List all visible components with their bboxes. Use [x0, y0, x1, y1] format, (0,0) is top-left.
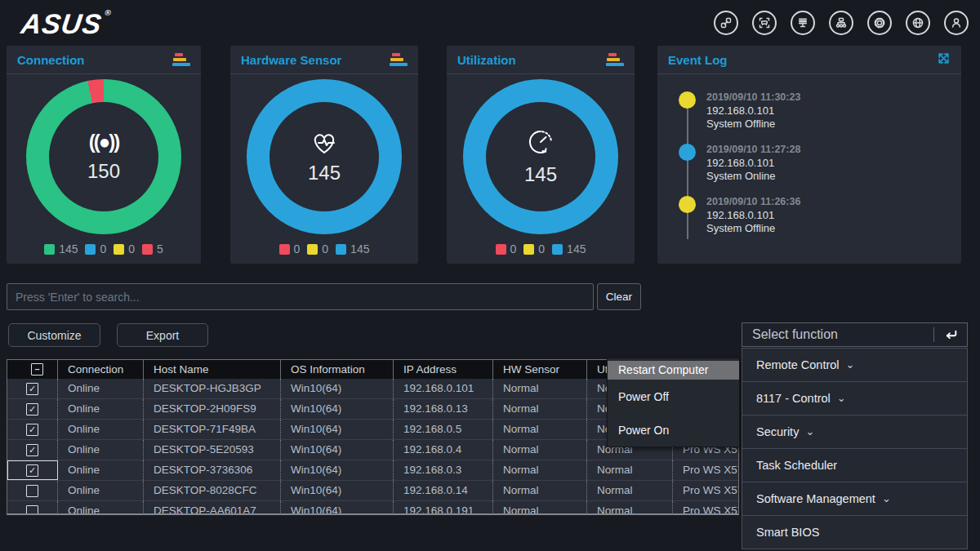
server-icon[interactable] — [791, 11, 815, 35]
header-ip-address[interactable]: IP Address — [394, 360, 493, 379]
legend-swatch — [496, 244, 506, 255]
table-row[interactable]: Online DESKTOP-3736306 Win10(64) 192.168… — [7, 460, 738, 481]
row-checkbox[interactable] — [26, 403, 38, 415]
remote-link-icon[interactable] — [714, 11, 738, 35]
cell-hw-sensor: Normal — [493, 481, 587, 500]
event-dot — [679, 144, 696, 161]
table-row[interactable]: Online DESKTOP-AA601A7 Win10(64) 192.168… — [7, 501, 738, 515]
hardware-sensor-total: 145 — [308, 162, 341, 184]
cell-connection: Online — [58, 379, 144, 398]
bar-chart-toggle-icon[interactable] — [172, 53, 190, 66]
table-row[interactable]: Online DESKTOP-8028CFC Win10(64) 192.168… — [7, 481, 738, 501]
cell-os: Win10(64) — [281, 440, 394, 460]
function-item-security[interactable]: Security ⌄ — [742, 415, 967, 449]
cell-hw-sensor: Normal — [493, 399, 587, 419]
connection-card: Connection ((●)) 150 145 0 0 5 — [7, 46, 201, 264]
function-item-software-management[interactable]: Software Management ⌄ — [742, 482, 967, 516]
function-item-smart-bios[interactable]: Smart BIOS ⌄ — [742, 516, 967, 549]
select-function-dropdown[interactable]: Select function — [742, 322, 968, 347]
event-log-entry: 2019/09/10 11:30:23 192.168.0.101 System… — [657, 91, 961, 131]
customize-button[interactable]: Customize — [8, 323, 100, 347]
cell-host-name: DESKTOP-5E20593 — [144, 440, 281, 460]
cell-hw-sensor: Normal — [493, 440, 587, 460]
search-input[interactable] — [7, 283, 594, 310]
select-all-cell — [7, 360, 58, 379]
cell-hw-sensor: Normal — [493, 420, 587, 439]
cell-connection: Online — [58, 460, 144, 480]
function-item-8117-control[interactable]: 8117 - Control ⌄ — [742, 382, 967, 415]
function-item-remote-control[interactable]: Remote Control ⌄ — [742, 349, 967, 382]
asus-control-center-dashboard: ASUS® Connection — [0, 0, 980, 551]
row-checkbox[interactable] — [26, 505, 38, 516]
cell-os: Win10(64) — [281, 460, 394, 480]
chevron-down-icon: ⌄ — [837, 394, 846, 402]
utilization-legend: 0 0 145 — [447, 242, 635, 256]
return-icon[interactable] — [934, 329, 967, 341]
event-log-card: Event Log 2019/09/10 11:30:23 192.168.0.… — [657, 46, 961, 264]
menu-item-power-on[interactable]: Power On — [608, 413, 739, 447]
legend-swatch — [523, 244, 534, 255]
top-icon-bar — [714, 11, 969, 35]
event-timestamp: 2019/09/10 11:26:36 — [706, 195, 961, 209]
cell-os: Win10(64) — [281, 501, 394, 515]
event-ip: 192.168.0.101 — [706, 157, 961, 170]
connection-total: 150 — [87, 160, 120, 183]
settings-gear-icon[interactable] — [867, 11, 892, 35]
event-log-timeline: 2019/09/10 11:30:23 192.168.0.101 System… — [657, 74, 961, 264]
header-connection[interactable]: Connection — [58, 360, 144, 379]
cell-ip: 192.168.0.5 — [394, 420, 493, 439]
hardware-sensor-donut-chart: 145 — [247, 79, 402, 234]
hardware-sensor-legend: 0 0 145 — [230, 242, 418, 256]
event-ip: 192.168.0.101 — [706, 104, 961, 118]
row-checkbox[interactable] — [26, 485, 38, 497]
cell-connection: Online — [58, 420, 144, 439]
bar-chart-toggle-icon[interactable] — [606, 53, 624, 66]
cell-host-name: DESKTOP-3736306 — [144, 460, 281, 480]
cell-model: Pro WS X57 — [673, 460, 738, 480]
row-checkbox[interactable] — [26, 383, 38, 395]
cell-hw-sensor: Normal — [493, 460, 587, 480]
cell-connection: Online — [58, 501, 144, 515]
legend-swatch — [336, 244, 346, 255]
event-status: System Online — [706, 170, 961, 183]
event-status: System Offline — [706, 222, 961, 235]
bar-chart-toggle-icon[interactable] — [390, 53, 408, 66]
legend-swatch — [307, 244, 318, 255]
gauge-icon — [526, 127, 555, 157]
row-checkbox[interactable] — [26, 464, 38, 477]
signal-icon: ((●)) — [89, 131, 118, 153]
header-hw-sensor[interactable]: HW Sensor — [493, 360, 587, 379]
network-topology-icon[interactable] — [829, 11, 853, 35]
event-dot — [679, 196, 696, 213]
menu-item-restart-computer[interactable]: Restart Computer — [608, 361, 739, 380]
chevron-down-icon: ⌄ — [805, 428, 814, 436]
chevron-down-icon: ⌄ — [882, 495, 891, 503]
connection-donut-chart: ((●)) 150 — [26, 79, 181, 234]
user-account-icon[interactable] — [944, 11, 969, 35]
cell-ip: 192.168.0.4 — [394, 440, 493, 460]
cell-os: Win10(64) — [281, 379, 394, 398]
export-button[interactable]: Export — [117, 323, 208, 347]
top-bar: ASUS® — [0, 0, 980, 46]
clear-button[interactable]: Clear — [597, 283, 641, 310]
event-timestamp: 2019/09/10 11:30:23 — [706, 91, 961, 104]
function-item-task-scheduler[interactable]: Task Scheduler ⌄ — [742, 449, 967, 482]
cell-utilization: Normal — [587, 481, 673, 500]
legend-swatch — [85, 244, 96, 255]
card-title: Hardware Sensor — [241, 53, 341, 67]
cell-os: Win10(64) — [281, 399, 394, 419]
cell-os: Win10(64) — [281, 481, 394, 500]
globe-icon[interactable] — [906, 11, 930, 35]
legend-swatch — [44, 244, 55, 255]
menu-item-power-off[interactable]: Power Off — [608, 380, 739, 413]
row-checkbox[interactable] — [26, 444, 38, 456]
cell-connection: Online — [58, 481, 144, 500]
cell-ip: 192.168.0.191 — [394, 501, 493, 515]
scan-deploy-icon[interactable] — [752, 11, 777, 35]
select-all-checkbox[interactable] — [31, 363, 43, 375]
row-checkbox[interactable] — [26, 424, 38, 436]
header-os-information[interactable]: OS Information — [281, 360, 394, 379]
header-host-name[interactable]: Host Name — [144, 360, 281, 379]
expand-icon[interactable] — [937, 51, 951, 69]
cell-host-name: DESKTOP-8028CFC — [144, 481, 281, 500]
